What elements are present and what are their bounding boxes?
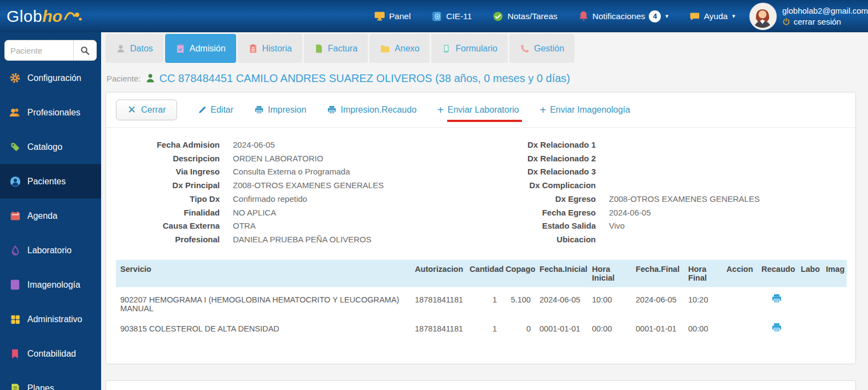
field-value: Confirmado repetido bbox=[233, 193, 307, 206]
cell-labo bbox=[796, 316, 822, 338]
sidebar-item-imagenologia[interactable]: Imagenología bbox=[0, 267, 101, 302]
tab-formulario[interactable]: Formulario bbox=[431, 34, 507, 63]
close-x-icon: ✕ bbox=[127, 106, 136, 114]
sidebar-item-planes[interactable]: Planes bbox=[0, 371, 101, 390]
cerrar-button[interactable]: ✕ Cerrar bbox=[116, 100, 177, 120]
plus-icon: + bbox=[437, 104, 444, 117]
logout-label: cerrar sesión bbox=[794, 17, 841, 26]
droplet-icon bbox=[9, 245, 21, 256]
sidebar-item-label: Configuración bbox=[27, 73, 81, 83]
sidebar-item-configuracion[interactable]: Configuración bbox=[0, 61, 101, 95]
col-copago: Copago bbox=[501, 260, 535, 287]
sidebar-item-profesionales[interactable]: Profesionales bbox=[0, 95, 101, 130]
monitor-icon bbox=[374, 11, 385, 21]
enviar-laboratorio-button[interactable]: + Enviar Laboratorio bbox=[437, 104, 519, 117]
cell-fecha-final: 0001-01-01 bbox=[631, 316, 684, 338]
enviar-imagenologia-button[interactable]: + Enviar Imagenología bbox=[540, 104, 630, 117]
col-recaudo: Recaudo bbox=[757, 260, 796, 287]
tab-admision[interactable]: Admisión bbox=[165, 34, 236, 63]
sidebar-item-label: Planes bbox=[27, 383, 54, 390]
enviar-laboratorio-label: Enviar Laboratorio bbox=[448, 105, 519, 115]
printer-icon bbox=[327, 105, 337, 115]
col-servicio: Servicio bbox=[116, 260, 410, 287]
search-button[interactable] bbox=[73, 40, 96, 60]
impresion-recaudo-label: Impresion.Recaudo bbox=[341, 105, 417, 115]
cell-labo bbox=[796, 287, 822, 316]
col-imag: Imag bbox=[822, 260, 847, 287]
field-value: 2024-06-05 bbox=[609, 206, 651, 220]
col-fecha-inicial: Fecha.Inicial bbox=[535, 260, 588, 287]
people-icon bbox=[9, 107, 21, 118]
tab-gestion[interactable]: Gestión bbox=[509, 34, 574, 63]
cell-recaudo bbox=[757, 287, 796, 316]
user-info: globholab2@gmail.com cerrar sesión bbox=[782, 6, 868, 26]
sidebar-item-pacientes[interactable]: Pacientes bbox=[0, 164, 101, 199]
sidebar-item-agenda[interactable]: Agenda bbox=[0, 199, 101, 233]
nav-item-label: Notas/Tareas bbox=[507, 11, 557, 21]
field-label: Fecha Admision bbox=[116, 138, 220, 152]
table-row: 902207 HEMOGRAMA I (HEMOGLOBINA HEMATOCR… bbox=[116, 287, 847, 316]
field-value: OTRA bbox=[233, 219, 256, 233]
cell-fecha-inicial: 2024-06-05 bbox=[535, 287, 588, 316]
sidebar-item-label: Imagenología bbox=[27, 280, 80, 290]
patient-label: Paciente: bbox=[107, 74, 141, 83]
field-label: Profesional bbox=[116, 233, 220, 247]
impresion-recaudo-button[interactable]: Impresion.Recaudo bbox=[327, 105, 417, 115]
user-cluster: globholab2@gmail.com cerrar sesión bbox=[749, 3, 868, 30]
sidebar-item-label: Profesionales bbox=[27, 108, 80, 118]
gear-icon bbox=[9, 72, 21, 84]
main-content: Datos Admisión Historia Factura Anexo bbox=[101, 32, 868, 390]
field-label: Finalidad bbox=[116, 206, 220, 220]
note-icon bbox=[9, 383, 21, 390]
print-receipt-icon[interactable] bbox=[771, 322, 782, 333]
field-value: NO APLICA bbox=[233, 206, 276, 220]
app-logo[interactable]: Glob ho bbox=[7, 7, 83, 26]
nav-item-label: Panel bbox=[389, 11, 411, 21]
field-label: Dx Relacionado 2 bbox=[422, 152, 596, 166]
tab-label: Formulario bbox=[455, 44, 497, 54]
tab-factura[interactable]: Factura bbox=[304, 34, 368, 63]
nav-item-cie11[interactable]: CIE-11 bbox=[431, 11, 472, 22]
bookmark-icon bbox=[9, 348, 21, 359]
user-email: globholab2@gmail.com bbox=[782, 6, 868, 15]
nav-item-panel[interactable]: Panel bbox=[374, 11, 411, 21]
sidebar-item-contabilidad[interactable]: Contabilidad bbox=[0, 336, 101, 371]
nav-item-notas-tareas[interactable]: Notas/Tareas bbox=[492, 11, 557, 22]
logout-button[interactable]: cerrar sesión bbox=[782, 17, 868, 26]
sidebar-item-laboratorio[interactable]: Laboratorio bbox=[0, 233, 101, 267]
search-input[interactable] bbox=[5, 40, 73, 60]
top-navbar: Glob ho Panel CIE-11 Notas/Tareas bbox=[0, 0, 868, 32]
nav-item-ayuda[interactable]: Ayuda ▾ bbox=[689, 11, 735, 21]
clipboard-check-icon bbox=[175, 44, 185, 54]
avatar[interactable] bbox=[749, 3, 777, 30]
impresion-button[interactable]: Impresion bbox=[254, 105, 306, 115]
tab-anexo[interactable]: Anexo bbox=[370, 34, 430, 63]
cell-hora-final: 00:00 bbox=[684, 316, 722, 338]
admission-details: Fecha Admision2024-06-05 DescripcionORDE… bbox=[106, 128, 855, 252]
nav-item-label: Notificaciones bbox=[593, 11, 646, 21]
cell-hora-final: 10:20 bbox=[684, 287, 722, 316]
grid-icon bbox=[9, 314, 21, 325]
field-value: Vivo bbox=[609, 219, 625, 233]
print-receipt-icon[interactable] bbox=[771, 293, 782, 304]
nav-item-notificaciones[interactable]: Notificaciones 4 ▾ bbox=[578, 10, 668, 22]
tab-datos[interactable]: Datos bbox=[105, 34, 163, 63]
field-value: DANIELA PRUEBA PEÑA OLIVEROS bbox=[233, 233, 371, 247]
cell-accion bbox=[722, 287, 757, 316]
tab-historia[interactable]: Historia bbox=[238, 34, 302, 63]
cell-recaudo bbox=[757, 316, 796, 338]
field-label: Dx Complicacion bbox=[422, 179, 596, 193]
sidebar-item-administrativo[interactable]: Administrativo bbox=[0, 302, 101, 336]
tab-label: Gestión bbox=[534, 44, 564, 54]
col-fecha-final: Fecha.Final bbox=[631, 260, 684, 287]
cell-accion bbox=[722, 316, 757, 338]
sidebar-item-label: Contabilidad bbox=[27, 349, 76, 359]
field-label: Ubicacion bbox=[422, 233, 596, 247]
field-value: Z008-OTROS EXAMENES GENERALES bbox=[233, 179, 384, 193]
sidebar-item-label: Pacientes bbox=[27, 177, 66, 187]
table-header-row: Servicio Autorizacion Cantidad Copago Fe… bbox=[116, 260, 847, 287]
tab-label: Admisión bbox=[190, 44, 226, 54]
editar-button[interactable]: Editar bbox=[198, 105, 233, 115]
field-value: Consulta Externa o Programada bbox=[233, 165, 350, 179]
sidebar-item-catalogo[interactable]: Catalogo bbox=[0, 130, 101, 164]
